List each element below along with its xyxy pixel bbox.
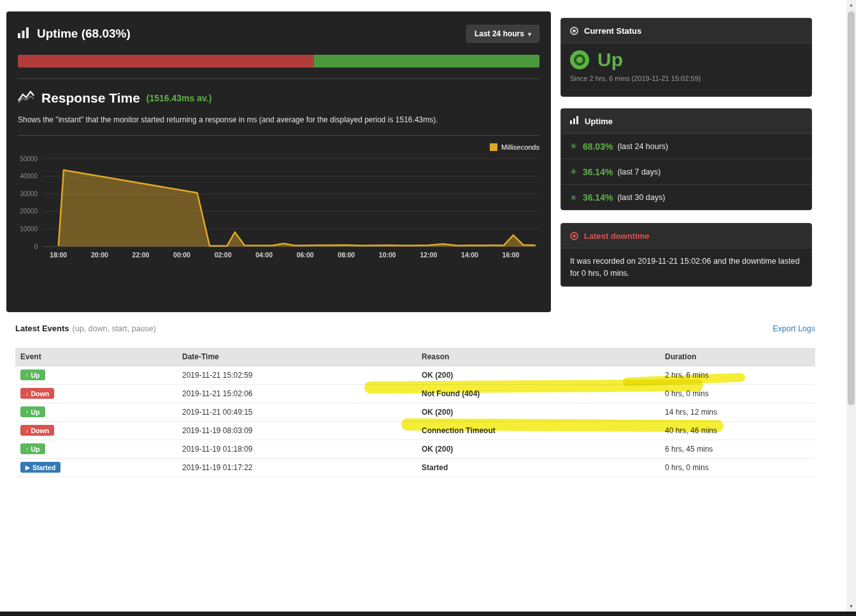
svg-text:04:00: 04:00 [255,251,273,259]
latest-downtime-panel: Latest downtime It was recorded on 2019-… [560,223,812,287]
event-reason: OK (200) [417,366,660,384]
event-label: Up [31,371,40,379]
uptime-period-label: (last 7 days) [617,168,660,176]
event-reason: Connection Timeout [417,421,660,440]
response-time-description: Shows the "instant" that the monitor sta… [18,115,539,124]
svg-text:16:00: 16:00 [503,251,520,259]
uptime-stats-list: ✳68.03%(last 24 hours)✳36.14%(last 7 day… [561,134,811,210]
svg-text:06:00: 06:00 [297,251,314,259]
response-time-chart: 0100002000030000400005000018:0020:0022:0… [18,154,539,266]
svg-text:0: 0 [34,243,38,250]
column-header-reason: Reason [417,348,660,366]
line-chart-icon [18,90,35,106]
uptime-bar-down [18,55,314,68]
asterisk-icon: ✳ [570,141,577,151]
asterisk-icon: ✳ [570,167,577,176]
legend-label: Milliseconds [501,143,539,151]
event-datetime: 2019-11-19 01:18:09 [177,440,417,458]
event-reason: OK (200) [417,440,660,458]
down-icon: ↓ [25,390,29,397]
current-status-panel: Current Status Up Since 2 hrs, 6 mins (2… [560,18,812,97]
events-title: Latest Events [15,324,69,333]
event-duration: 0 hrs, 0 mins [660,384,815,403]
svg-text:50000: 50000 [20,155,38,162]
table-row: ↓Down2019-11-21 15:02:06Not Found (404)0… [15,384,815,403]
svg-text:20000: 20000 [20,208,38,215]
current-status-title: Current Status [584,26,641,36]
uptime-period-label: (last 30 days) [617,193,665,202]
table-row: ↑Up2019-11-19 01:18:09OK (200)6 hrs, 45 … [15,440,815,458]
time-range-dropdown[interactable]: Last 24 hours ▾ [466,25,539,43]
divider [18,135,539,136]
table-row: ▶Started2019-11-19 01:17:22Started0 hrs,… [15,458,815,476]
event-reason: Started [417,458,660,476]
svg-text:20:00: 20:00 [91,251,108,259]
response-time-average: (1516.43ms av.) [146,93,211,103]
svg-text:40000: 40000 [20,173,38,180]
monitor-dashboard-page: Uptime (68.03%) Last 24 hours ▾ Response… [0,0,856,616]
svg-text:02:00: 02:00 [215,251,232,259]
svg-text:00:00: 00:00 [173,251,190,259]
event-badge-up: ↑Up [20,406,45,417]
events-subtitle: (up, down, start, pause) [73,324,156,333]
down-icon: ↓ [25,427,29,434]
uptime-stats-panel: Uptime ✳68.03%(last 24 hours)✳36.14%(las… [560,108,812,210]
table-row: ↑Up2019-11-21 00:49:15OK (200)14 hrs, 12… [15,403,815,421]
event-badge-up: ↑Up [20,443,45,454]
response-time-title: Response Time [41,90,140,106]
event-label: Up [31,408,40,416]
uptime-percentage: 36.14% [583,167,613,177]
event-reason: OK (200) [417,403,660,421]
up-icon: ↑ [25,409,29,415]
table-row: ↑Up2019-11-21 15:02:59OK (200)2 hrs, 6 m… [15,366,815,384]
bar-chart-icon [18,27,30,41]
uptime-response-panel: Uptime (68.03%) Last 24 hours ▾ Response… [6,11,551,312]
svg-text:14:00: 14:00 [461,251,478,259]
up-icon: ↑ [25,372,29,378]
event-duration: 14 hrs, 12 mins [660,403,815,421]
legend-color-swatch [490,143,497,151]
scrollbar-down-arrow[interactable]: ▼ [846,601,856,612]
up-icon: ↑ [25,446,29,452]
response-time-header: Response Time (1516.43ms av.) [18,90,539,106]
events-table: Event Date-Time Reason Duration ↑Up2019-… [15,348,815,477]
event-duration: 0 hrs, 0 mins [660,458,815,476]
event-label: Down [31,390,50,398]
events-header: Latest Events (up, down, start, pause) E… [15,324,815,343]
caret-down-icon: ▾ [528,31,531,38]
started-icon: ▶ [25,464,30,471]
uptime-stat-row: ✳36.14%(last 7 days) [561,159,811,185]
divider [18,78,539,79]
current-status-header: Current Status [561,18,811,43]
svg-text:18:00: 18:00 [50,251,67,259]
svg-text:12:00: 12:00 [420,251,437,259]
uptime-percentage: 36.14% [583,192,613,203]
svg-text:30000: 30000 [20,190,38,197]
status-dot-icon [570,27,578,35]
bar-chart-icon [570,116,579,126]
table-row: ↓Down2019-11-19 08:03:09Connection Timeo… [15,421,815,440]
uptime-stats-title: Uptime [585,117,613,126]
event-datetime: 2019-11-19 08:03:09 [177,421,417,440]
vertical-scrollbar[interactable]: ▲ ▼ [846,0,856,612]
uptime-stat-row: ✳68.03%(last 24 hours) [561,134,811,159]
event-badge-started: ▶Started [20,462,61,473]
event-reason: Not Found (404) [417,384,660,403]
status-value: Up [597,50,623,69]
bottom-edge-strip [0,612,856,616]
svg-text:10000: 10000 [20,226,38,233]
scrollbar-up-arrow[interactable]: ▲ [846,0,856,10]
svg-text:08:00: 08:00 [338,251,355,259]
export-logs-link[interactable]: Export Logs [773,324,815,333]
latest-downtime-header: Latest downtime [561,224,811,248]
table-header-row: Event Date-Time Reason Duration [15,348,815,366]
scrollbar-thumb[interactable] [848,11,855,405]
svg-text:22:00: 22:00 [132,251,150,259]
event-duration: 40 hrs, 46 mins [660,421,815,440]
uptime-period-label: (last 24 hours) [617,142,668,151]
latest-downtime-text: It was recorded on 2019-11-21 15:02:06 a… [561,248,811,287]
up-status-icon [570,50,589,69]
uptime-header: Uptime (68.03%) Last 24 hours ▾ [18,22,539,46]
latest-downtime-title: Latest downtime [584,231,650,241]
event-badge-down: ↓Down [20,425,54,436]
